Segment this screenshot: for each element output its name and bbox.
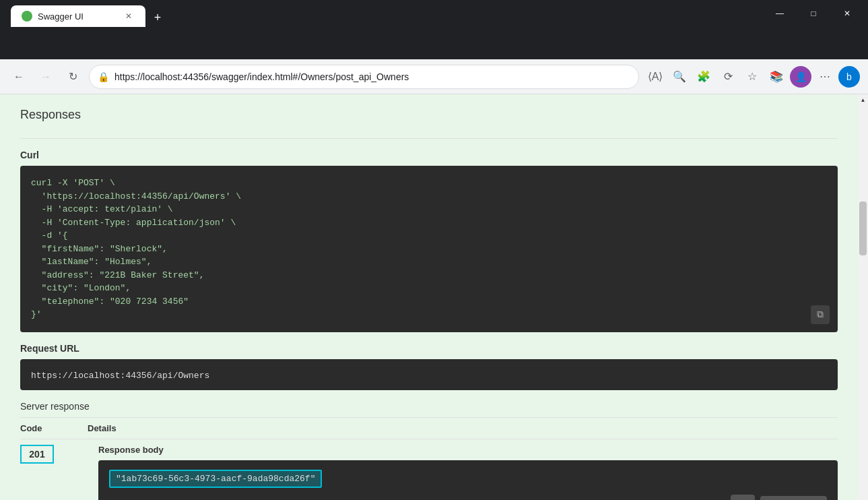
tab-close-button[interactable]: ✕ [123,10,135,22]
responses-heading: Responses [20,108,838,127]
navigation-bar: ← → ↻ 🔒 https://localhost:44356/swagger/… [0,59,868,94]
maximize-button[interactable]: □ [798,3,829,24]
browser-sync-button[interactable]: ⟳ [717,66,739,88]
response-row: 201 Response body "1ab73c69-56c3-4973-aa… [20,439,838,501]
address-bar[interactable]: 🔒 https://localhost:44356/swagger/index.… [89,65,639,89]
forward-button[interactable]: → [35,66,57,88]
scroll-up-arrow[interactable]: ▲ [858,94,868,106]
url-text: https://localhost:44356/swagger/index.ht… [114,71,630,82]
section-divider [20,138,838,139]
collections-button[interactable]: 📚 [766,66,787,88]
zoom-button[interactable]: 🔍 [669,66,690,88]
favorites-button[interactable]: ☆ [741,66,763,88]
response-body-label: Response body [98,445,838,455]
bing-button[interactable]: b [838,66,860,88]
copy-response-button[interactable]: ⧉ [731,495,755,501]
response-code-badge: 201 [20,445,54,464]
copy-curl-button[interactable]: ⧉ [811,305,830,324]
server-response-label: Server response [20,401,838,412]
response-table: Code Details 201 Response body "1ab73c69… [20,417,838,501]
response-actions: ⧉ Download [109,488,827,501]
response-body-content: "1ab73c69-56c3-4973-aacf-9ada98cda26f" ⧉… [98,460,838,501]
tab-title: Swagger UI [38,11,117,22]
scrollbar[interactable]: ▲ ▼ [858,94,868,500]
close-button[interactable]: ✕ [832,3,863,24]
curl-code: curl -X 'POST' \ 'https://localhost:4435… [31,177,827,321]
new-tab-button[interactable]: + [148,8,167,27]
page-content: Responses Curl curl -X 'POST' \ 'https:/… [0,94,868,500]
profile-button[interactable]: 👤 [790,66,811,88]
minimize-button[interactable]: — [764,3,795,24]
curl-label: Curl [20,150,838,160]
title-bar: Swagger UI ✕ + — □ ✕ [0,0,868,27]
request-url-value: https://localhost:44356/api/Owners [31,371,209,381]
lock-icon: 🔒 [98,71,109,82]
download-button[interactable]: Download [760,496,827,501]
code-column-header: Code [20,423,88,433]
scroll-thumb[interactable] [859,201,867,255]
request-url-label: Request URL [20,343,838,354]
curl-code-block: curl -X 'POST' \ 'https://localhost:4435… [20,166,838,332]
request-url-block: https://localhost:44356/api/Owners [20,359,838,390]
reload-button[interactable]: ↻ [62,66,84,88]
back-button[interactable]: ← [8,66,30,88]
response-header-row: Code Details [20,418,838,439]
response-details: Response body "1ab73c69-56c3-4973-aacf-9… [88,445,838,501]
active-tab[interactable]: Swagger UI ✕ [11,5,145,27]
tab-favicon [22,11,32,22]
extensions-button[interactable]: 🧩 [693,66,714,88]
response-body-value: "1ab73c69-56c3-4973-aacf-9ada98cda26f" [109,470,322,488]
swagger-content: Responses Curl curl -X 'POST' \ 'https:/… [0,94,858,500]
settings-button[interactable]: ⋯ [814,66,836,88]
scroll-track[interactable] [858,106,868,500]
response-code-cell: 201 [20,445,88,464]
details-column-header: Details [88,423,838,433]
read-aloud-button[interactable]: ⟨A⟩ [644,66,666,88]
